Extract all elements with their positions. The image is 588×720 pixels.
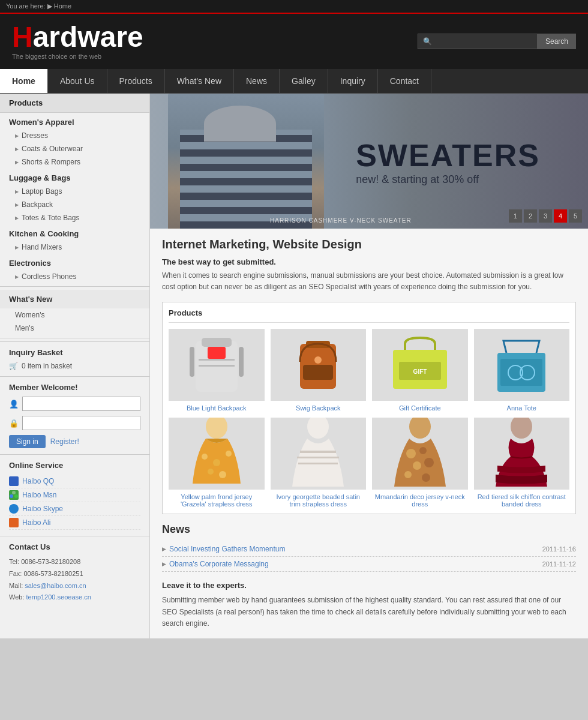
member-title: Member Welcome! <box>9 383 140 392</box>
sidebar-electronics: Electronics <box>0 254 149 270</box>
product-mandarin-dress[interactable]: Mmandarin deco jersey v-neck dress <box>372 418 468 508</box>
news-link-2[interactable]: Obama's Corporate Messaging <box>162 560 269 568</box>
mail-link[interactable]: sales@haibo.com.cn <box>25 582 86 589</box>
product-anna-tote[interactable]: Anna Tote <box>474 329 570 412</box>
svg-point-13 <box>314 356 322 364</box>
contact-fax: Fax: 0086-573-82180251 <box>9 568 140 580</box>
svg-rect-9 <box>239 347 244 377</box>
main-subheading: The best way to get submitted. <box>162 257 576 266</box>
main-nav: Home About Us Products What's New News G… <box>0 69 588 94</box>
nav-products[interactable]: Products <box>107 69 165 93</box>
product-name-dress2: Ivory georgette beaded satin trim strapl… <box>271 493 367 508</box>
news-date-2: 2011-11-12 <box>542 560 576 568</box>
product-blue-backpack[interactable]: Blue Light Backpack <box>169 329 265 412</box>
product-gift-certificate[interactable]: GIFT Gift Certificate <box>372 329 468 412</box>
svg-rect-8 <box>190 347 194 377</box>
sidebar-item-cordless-phones[interactable]: Cordless Phones <box>0 270 149 283</box>
basket-icon: 🛒 <box>9 362 18 370</box>
product-swig-backpack[interactable]: Swig Backpack <box>271 329 367 412</box>
inquiry-basket-title: Inquiry Basket <box>9 348 140 357</box>
svg-point-1 <box>10 494 13 498</box>
svg-rect-5 <box>208 347 226 359</box>
news-title: News <box>162 523 576 536</box>
sign-in-button[interactable]: Sign in <box>9 435 46 448</box>
product-img-dress1 <box>169 418 265 490</box>
sidebar-item-totes[interactable]: Totes & Tote Bags <box>0 211 149 224</box>
search-button[interactable]: Search <box>538 34 576 49</box>
product-img-dress4 <box>474 418 570 490</box>
product-name-dress3: Mmandarin deco jersey v-neck dress <box>372 493 468 508</box>
logo[interactable]: Hardware <box>12 23 143 52</box>
logo-tagline: The biggest choice on the web <box>12 53 143 60</box>
banner-dot-2[interactable]: 2 <box>524 209 537 223</box>
qq-label: Haibo QQ <box>22 477 54 485</box>
sidebar-products-title: Products <box>0 94 149 113</box>
search-input[interactable] <box>418 34 538 49</box>
contact-tel: Tel: 0086-573-82180208 <box>9 556 140 568</box>
svg-rect-30 <box>298 463 338 464</box>
svg-point-34 <box>413 461 421 470</box>
msn-label: Haibo Msn <box>22 491 56 499</box>
svg-rect-29 <box>297 457 339 458</box>
banner-caption: HARRISON CASHMERE V-NECK SWEATER <box>270 217 412 224</box>
ali-label: Haibo Ali <box>22 518 50 527</box>
user-icon: 👤 <box>9 400 20 410</box>
sidebar-item-coats[interactable]: Coats & Outerwear <box>0 142 149 155</box>
svg-point-31 <box>409 418 431 439</box>
nav-about[interactable]: About Us <box>48 69 107 93</box>
skype-link[interactable]: Haibo Skype <box>9 502 140 516</box>
product-name-backpack1: Blue Light Backpack <box>169 404 265 412</box>
sidebar-womens-link[interactable]: Women's <box>0 308 149 322</box>
sidebar-item-shorts[interactable]: Shorts & Rompers <box>0 155 149 169</box>
web-link[interactable]: temp1200.seoease.cn <box>26 593 91 601</box>
product-ivory-dress[interactable]: Ivory georgette beaded satin trim strapl… <box>271 418 367 508</box>
lock-icon: 🔒 <box>9 419 20 430</box>
qq-icon <box>9 476 19 486</box>
product-name-dress4: Red tiered silk chiffon contrast banded … <box>474 493 570 508</box>
sidebar-item-dresses[interactable]: Dresses <box>0 129 149 142</box>
qq-link[interactable]: Haibo QQ <box>9 475 140 488</box>
sidebar-mens-link[interactable]: Men's <box>0 322 149 335</box>
nav-inquiry[interactable]: Inquiry <box>328 69 378 93</box>
svg-point-33 <box>419 447 427 454</box>
nav-news[interactable]: News <box>234 69 280 93</box>
ali-link[interactable]: Haibo Ali <box>9 516 140 530</box>
nav-gallery[interactable]: Galley <box>280 69 328 93</box>
hero-banner: SWEATERS new! & starting at 30% off HARR… <box>150 94 588 229</box>
news-section: News Social Investing Gathers Momentum 2… <box>162 523 576 572</box>
banner-dot-3[interactable]: 3 <box>539 209 552 223</box>
product-img-dress3 <box>372 418 468 490</box>
sidebar-item-backpack[interactable]: Backpack <box>0 198 149 211</box>
main-layout: Products Women's Apparel Dresses Coats &… <box>0 94 588 638</box>
banner-dot-4[interactable]: 4 <box>554 209 567 223</box>
product-img-tote2 <box>474 329 570 401</box>
nav-home[interactable]: Home <box>0 69 48 93</box>
username-input[interactable] <box>22 397 140 411</box>
banner-dot-1[interactable]: 1 <box>509 209 522 223</box>
svg-point-26 <box>219 471 226 478</box>
product-img-tote1: GIFT <box>372 329 468 401</box>
online-service-section: Online Service Haibo QQ Haibo Msn Haibo … <box>0 454 149 536</box>
content-area: SWEATERS new! & starting at 30% off HARR… <box>150 94 588 638</box>
header: Hardware The biggest choice on the web S… <box>0 14 588 69</box>
breadcrumb-bar: You are here: ▶ Home <box>0 0 588 14</box>
register-link[interactable]: Register! <box>50 437 79 446</box>
svg-rect-28 <box>300 451 336 453</box>
sidebar-item-hand-mixers[interactable]: Hand Mixers <box>0 241 149 254</box>
search-area: Search <box>418 34 576 49</box>
msn-link[interactable]: Haibo Msn <box>9 488 140 502</box>
banner-dot-5[interactable]: 5 <box>569 209 582 223</box>
member-section: Member Welcome! 👤 🔒 Sign in Register! <box>0 376 149 454</box>
breadcrumb: You are here: ▶ Home <box>6 2 71 10</box>
product-yellow-dress[interactable]: Yellow palm frond jersey 'Grazela' strap… <box>169 418 265 508</box>
sidebar-item-laptop-bags[interactable]: Laptop Bags <box>0 185 149 198</box>
news-link-1[interactable]: Social Investing Gathers Momentum <box>162 545 285 553</box>
password-input[interactable] <box>22 416 140 430</box>
ali-icon <box>9 518 19 527</box>
product-name-backpack2: Swig Backpack <box>271 404 367 412</box>
product-red-dress[interactable]: Red tiered silk chiffon contrast banded … <box>474 418 570 508</box>
nav-whats-new[interactable]: What's New <box>165 69 234 93</box>
svg-rect-12 <box>303 365 333 380</box>
product-name-tote2: Anna Tote <box>474 404 570 412</box>
nav-contact[interactable]: Contact <box>378 69 431 93</box>
